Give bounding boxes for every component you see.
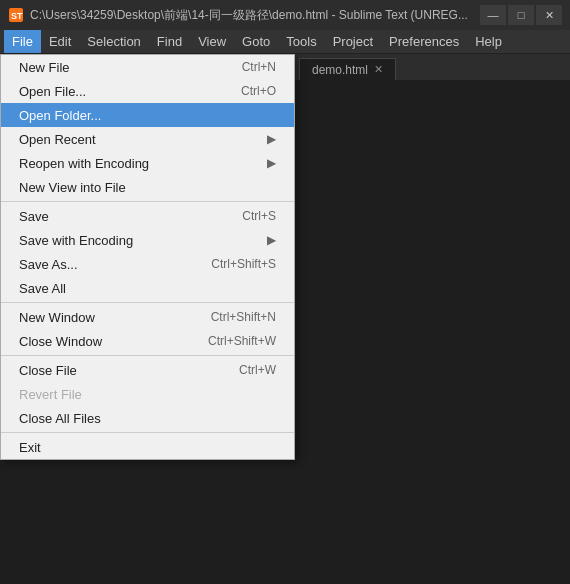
menu-open-recent[interactable]: Open Recent ▶ bbox=[1, 127, 294, 151]
menu-new-view[interactable]: New View into File bbox=[1, 175, 294, 199]
reopen-encoding-label: Reopen with Encoding bbox=[19, 156, 149, 171]
save-shortcut: Ctrl+S bbox=[242, 209, 276, 223]
tab-bar: demo.html ✕ bbox=[295, 54, 570, 80]
app-icon: ST bbox=[8, 7, 24, 23]
save-as-label: Save As... bbox=[19, 257, 78, 272]
close-file-label: Close File bbox=[19, 363, 77, 378]
new-window-label: New Window bbox=[19, 310, 95, 325]
menu-view[interactable]: View bbox=[190, 30, 234, 53]
title-bar: ST C:\Users\34259\Desktop\前端\14-同一级路径\de… bbox=[0, 0, 570, 30]
open-file-label: Open File... bbox=[19, 84, 86, 99]
menu-exit[interactable]: Exit bbox=[1, 435, 294, 459]
close-window-shortcut: Ctrl+Shift+W bbox=[208, 334, 276, 348]
tab-label: demo.html bbox=[312, 63, 368, 77]
save-encoding-arrow: ▶ bbox=[267, 233, 276, 247]
close-button[interactable]: ✕ bbox=[536, 5, 562, 25]
reopen-encoding-arrow: ▶ bbox=[267, 156, 276, 170]
open-folder-label: Open Folder... bbox=[19, 108, 101, 123]
menu-save-all[interactable]: Save All bbox=[1, 276, 294, 300]
file-dropdown: New File Ctrl+N Open File... Ctrl+O Open… bbox=[0, 54, 295, 460]
maximize-button[interactable]: □ bbox=[508, 5, 534, 25]
new-window-shortcut: Ctrl+Shift+N bbox=[211, 310, 276, 324]
menu-close-file[interactable]: Close File Ctrl+W bbox=[1, 358, 294, 382]
close-window-label: Close Window bbox=[19, 334, 102, 349]
menu-bar: File Edit Selection Find View Goto Tools… bbox=[0, 30, 570, 54]
menu-edit[interactable]: Edit bbox=[41, 30, 79, 53]
close-all-files-label: Close All Files bbox=[19, 411, 101, 426]
revert-file-label: Revert File bbox=[19, 387, 82, 402]
menu-open-file[interactable]: Open File... Ctrl+O bbox=[1, 79, 294, 103]
menu-project[interactable]: Project bbox=[325, 30, 381, 53]
menu-reopen-encoding[interactable]: Reopen with Encoding ▶ bbox=[1, 151, 294, 175]
menu-open-folder[interactable]: Open Folder... bbox=[1, 103, 294, 127]
separator-2 bbox=[1, 302, 294, 303]
menu-goto[interactable]: Goto bbox=[234, 30, 278, 53]
menu-preferences[interactable]: Preferences bbox=[381, 30, 467, 53]
menu-file[interactable]: File bbox=[4, 30, 41, 53]
open-recent-label: Open Recent bbox=[19, 132, 96, 147]
tab-close-icon[interactable]: ✕ bbox=[374, 63, 383, 76]
save-as-shortcut: Ctrl+Shift+S bbox=[211, 257, 276, 271]
save-label: Save bbox=[19, 209, 49, 224]
title-text: C:\Users\34259\Desktop\前端\14-同一级路径\demo.… bbox=[30, 7, 480, 24]
menu-save-as[interactable]: Save As... Ctrl+Shift+S bbox=[1, 252, 294, 276]
new-file-label: New File bbox=[19, 60, 70, 75]
menu-save[interactable]: Save Ctrl+S bbox=[1, 204, 294, 228]
menu-save-encoding[interactable]: Save with Encoding ▶ bbox=[1, 228, 294, 252]
save-all-label: Save All bbox=[19, 281, 66, 296]
separator-4 bbox=[1, 432, 294, 433]
menu-revert-file: Revert File bbox=[1, 382, 294, 406]
menu-close-window[interactable]: Close Window Ctrl+Shift+W bbox=[1, 329, 294, 353]
close-file-shortcut: Ctrl+W bbox=[239, 363, 276, 377]
save-encoding-label: Save with Encoding bbox=[19, 233, 133, 248]
open-file-shortcut: Ctrl+O bbox=[241, 84, 276, 98]
new-file-shortcut: Ctrl+N bbox=[242, 60, 276, 74]
menu-find[interactable]: Find bbox=[149, 30, 190, 53]
separator-3 bbox=[1, 355, 294, 356]
new-view-label: New View into File bbox=[19, 180, 126, 195]
menu-new-window[interactable]: New Window Ctrl+Shift+N bbox=[1, 305, 294, 329]
menu-new-file[interactable]: New File Ctrl+N bbox=[1, 55, 294, 79]
svg-text:ST: ST bbox=[11, 11, 23, 21]
tab-demo-html[interactable]: demo.html ✕ bbox=[299, 58, 396, 80]
minimize-button[interactable]: — bbox=[480, 5, 506, 25]
menu-help[interactable]: Help bbox=[467, 30, 510, 53]
menu-tools[interactable]: Tools bbox=[278, 30, 324, 53]
menu-selection[interactable]: Selection bbox=[79, 30, 148, 53]
open-recent-arrow: ▶ bbox=[267, 132, 276, 146]
exit-label: Exit bbox=[19, 440, 41, 455]
menu-close-all-files[interactable]: Close All Files bbox=[1, 406, 294, 430]
title-controls: — □ ✕ bbox=[480, 5, 562, 25]
separator-1 bbox=[1, 201, 294, 202]
